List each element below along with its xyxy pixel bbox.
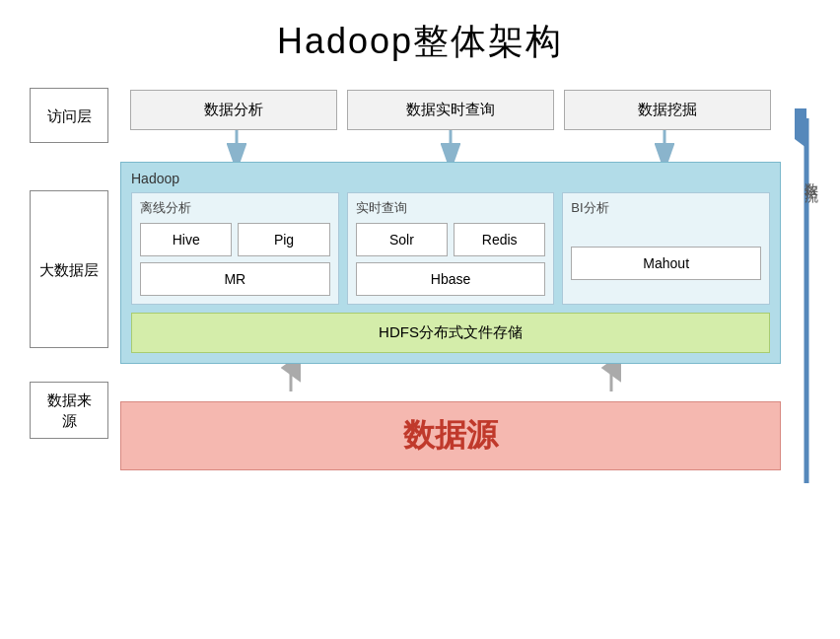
bi-column: BI分析 Mahout <box>562 192 770 305</box>
hadoop-inner: 离线分析 Hive Pig MR 实时查询 Solr Redis <box>131 192 770 305</box>
mahout-box: Mahout <box>571 247 761 280</box>
access-row: 数据分析 数据实时查询 数据挖掘 <box>120 80 781 130</box>
page-title: Hadoop整体架构 <box>0 0 840 80</box>
source-row: 数据源 <box>120 401 781 470</box>
hbase-box: Hbase <box>356 262 546 296</box>
labels-column: 访问层 大数据层 数据来源 <box>30 88 108 439</box>
realtime-title: 实时查询 <box>356 199 546 217</box>
bi-title: BI分析 <box>571 199 761 217</box>
arrow-source-up-right <box>601 364 621 391</box>
solr-box: Solr <box>356 223 448 256</box>
hadoop-area: Hadoop 离线分析 Hive Pig MR 实时查询 <box>120 162 781 364</box>
label-bigdata: 大数据层 <box>30 190 108 348</box>
diagram-column: 数据分析 数据实时查询 数据挖掘 <box>120 80 781 470</box>
access-realtime-query: 数据实时查询 <box>347 90 554 130</box>
redis-box: Redis <box>454 223 545 256</box>
label-access: 访问层 <box>30 88 108 143</box>
arrow-source-up-left <box>281 364 301 391</box>
offline-title: 离线分析 <box>140 199 330 217</box>
access-data-analysis: 数据分析 <box>130 90 337 130</box>
datasource-box: 数据源 <box>120 401 781 470</box>
label-datasource: 数据来源 <box>30 382 108 439</box>
dataflow-label: 数据流 <box>803 172 820 180</box>
hdfs-bar: HDFS分布式文件存储 <box>131 313 770 353</box>
dataflow-arrow <box>795 108 818 483</box>
hive-box: Hive <box>140 223 232 256</box>
pig-box: Pig <box>238 223 329 256</box>
dataflow-arrow-container: 数据流 <box>795 108 818 542</box>
access-data-mining: 数据挖掘 <box>564 90 771 130</box>
mr-box: MR <box>140 262 330 296</box>
arrow-realtime-down <box>441 130 460 162</box>
hadoop-label: Hadoop <box>131 171 770 186</box>
arrow-analysis-down <box>227 130 246 162</box>
arrow-mining-down <box>655 130 674 162</box>
offline-column: 离线分析 Hive Pig MR <box>131 192 339 305</box>
realtime-column: 实时查询 Solr Redis Hbase <box>347 192 555 305</box>
